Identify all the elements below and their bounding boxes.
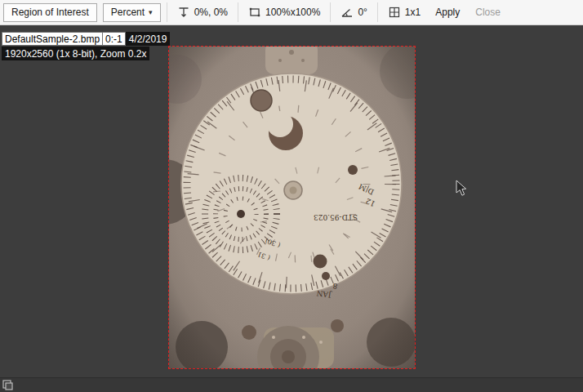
apply-button[interactable]: Apply (430, 3, 465, 22)
frame-range-field[interactable]: 0:-1 (103, 32, 126, 46)
status-bar (0, 377, 583, 392)
origin-field[interactable]: 0%, 0% (173, 3, 232, 22)
grid-icon (388, 6, 401, 19)
unit-dropdown-value: Percent (111, 7, 145, 18)
angle-icon (340, 6, 354, 19)
grid-field[interactable]: 1x1 (384, 3, 425, 22)
image-info-overlay: DefaultSample-2.bmp 0:-1 4/2/2019 1920x2… (2, 32, 170, 61)
thumbnail-panel-icon[interactable] (2, 380, 13, 390)
chevron-down-icon: ▾ (149, 9, 153, 16)
unit-dropdown[interactable]: Percent ▾ (103, 3, 161, 22)
origin-icon (177, 6, 190, 19)
filename-field[interactable]: DefaultSample-2.bmp (2, 32, 103, 46)
size-rectangle-icon (248, 6, 261, 19)
toolbar-separator (330, 2, 331, 22)
app-window: { "toolbar": { "roi_label": "Region of I… (0, 0, 583, 392)
toolbar-separator (377, 2, 378, 22)
watch-photo: STD-95.023 D|M 12 JAN 8 ( 30) ( 31 (169, 47, 415, 368)
size-field[interactable]: 100%x100% (244, 3, 324, 22)
date-label: 4/2/2019 (126, 32, 171, 46)
image-canvas[interactable]: STD-95.023 D|M 12 JAN 8 ( 30) ( 31 Defau… (0, 25, 583, 377)
region-of-interest-button[interactable]: Region of Interest (3, 3, 97, 22)
size-value: 100%x100% (265, 7, 320, 18)
details-line: 1920x2560 (1x 8-bit), Zoom 0.2x (2, 47, 170, 60)
grid-value: 1x1 (405, 7, 421, 18)
angle-value: 0° (358, 7, 367, 18)
mouse-cursor (456, 180, 467, 197)
toolbar-separator (167, 2, 167, 22)
image-details-label: 1920x2560 (1x 8-bit), Zoom 0.2x (2, 47, 149, 60)
origin-value: 0%, 0% (194, 7, 228, 18)
toolbar-separator (238, 2, 238, 22)
close-button[interactable]: Close (470, 3, 505, 22)
photo-vignette (169, 47, 415, 368)
angle-field[interactable]: 0° (336, 3, 371, 22)
roi-selection[interactable]: STD-95.023 D|M 12 JAN 8 ( 30) ( 31 (168, 46, 416, 369)
roi-toolbar: Region of Interest Percent ▾ 0%, 0% 100%… (0, 0, 583, 25)
filename-line: DefaultSample-2.bmp 0:-1 4/2/2019 (2, 32, 170, 46)
